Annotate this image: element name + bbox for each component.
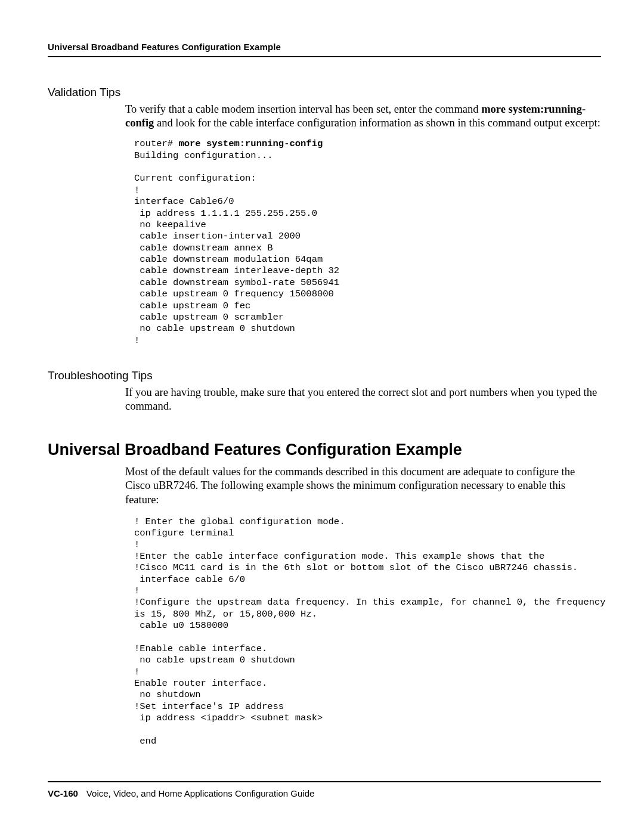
- example-paragraph: Most of the default values for the comma…: [125, 465, 601, 506]
- footer-line: VC-160Voice, Video, and Home Application…: [48, 788, 601, 798]
- validation-para-text-2: and look for the cable interface configu…: [154, 117, 600, 129]
- footer-rule: [48, 781, 601, 782]
- footer-page-number: VC-160: [48, 788, 78, 798]
- heading-config-example: Universal Broadband Features Configurati…: [48, 441, 601, 459]
- validation-para-text-1: To verify that a cable modem insertion i…: [125, 103, 481, 115]
- code-body: Building configuration... Current config…: [134, 150, 339, 346]
- running-header: Universal Broadband Features Configurati…: [48, 42, 601, 52]
- code-prompt: router#: [134, 138, 178, 149]
- page-footer: VC-160Voice, Video, and Home Application…: [48, 781, 601, 798]
- footer-guide-title: Voice, Video, and Home Applications Conf…: [86, 788, 314, 798]
- example-code-block: ! Enter the global configuration mode. c…: [134, 516, 601, 748]
- header-rule: [48, 56, 601, 57]
- troubleshooting-paragraph: If you are having trouble, make sure tha…: [125, 386, 601, 413]
- validation-paragraph: To verify that a cable modem insertion i…: [125, 103, 601, 130]
- page: Universal Broadband Features Configurati…: [0, 0, 644, 833]
- code-command: more system:running-config: [178, 138, 323, 149]
- subhead-validation-tips: Validation Tips: [48, 86, 601, 99]
- validation-code-block: router# more system:running-config Build…: [134, 138, 601, 346]
- subhead-troubleshooting-tips: Troubleshooting Tips: [48, 369, 601, 382]
